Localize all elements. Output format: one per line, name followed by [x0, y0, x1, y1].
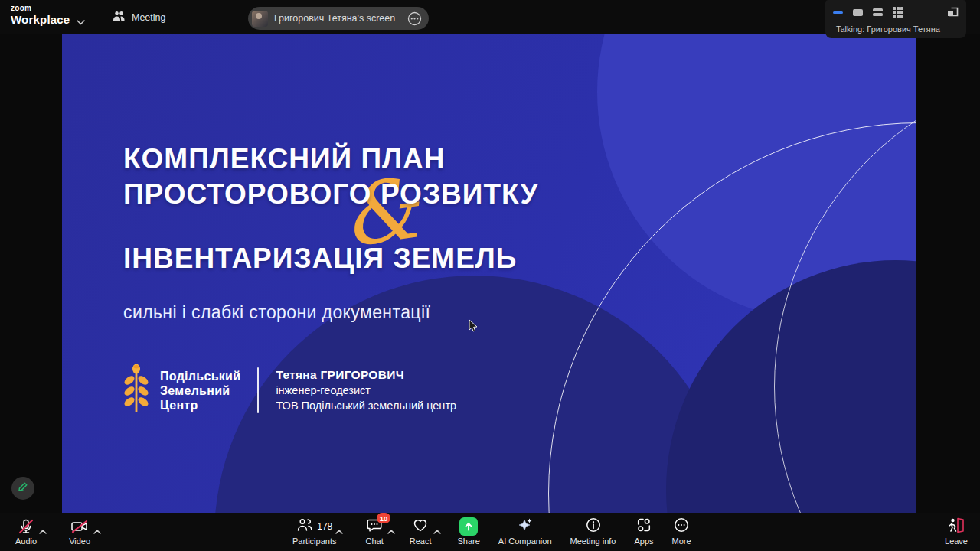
apps-icon [635, 517, 652, 536]
more-button[interactable]: More [672, 513, 691, 551]
participants-icon [296, 517, 313, 536]
camera-muted-icon [70, 517, 89, 536]
slide-title-line3: ІНВЕНТАРИЗАЦІЯ ЗЕМЕЛЬ [123, 243, 517, 275]
annotate-button[interactable] [11, 477, 34, 500]
brand-workplace: Workplace [11, 14, 70, 25]
wheat-logo-icon [122, 364, 151, 417]
participants-button[interactable]: 178 Participants [292, 513, 336, 551]
react-label: React [410, 536, 432, 546]
share-label: Share [457, 536, 479, 546]
video-button[interactable]: Video [69, 513, 90, 551]
mouse-cursor [469, 319, 479, 336]
presenter-role: інженер-геодезист [276, 383, 456, 398]
shared-screen-tab[interactable]: Григорович Тетяна's screen [248, 7, 429, 30]
apps-label: Apps [635, 536, 654, 546]
pip-layout-icon[interactable] [947, 6, 959, 20]
leave-icon [947, 517, 965, 536]
participants-count: 178 [317, 521, 332, 532]
presenter-info: Тетяна ГРИГОРОВИЧ інженер-геодезист ТОВ … [276, 367, 456, 413]
share-screen-icon [459, 517, 478, 536]
stack-view-icon[interactable] [873, 8, 883, 16]
audio-button[interactable]: Audio [15, 513, 37, 551]
audio-label: Audio [15, 536, 37, 546]
shared-screen-slide: & КОМПЛЕКСНИЙ ПЛАН ПРОСТОРОВОГО РОЗВИТКУ… [62, 34, 916, 513]
brand-zoom: zoom [11, 5, 70, 12]
logo-line2: Земельний [160, 383, 240, 398]
participants-label: Participants [292, 536, 336, 546]
tab-meeting[interactable]: Meeting [113, 0, 165, 34]
presenter-org: ТОВ Подільський земельний центр [276, 398, 456, 413]
minimize-view-icon[interactable] [833, 11, 843, 14]
chat-label: Chat [365, 536, 383, 546]
presenter-name: Тетяна ГРИГОРОВИЧ [276, 367, 456, 383]
meeting-info-button[interactable]: Meeting info [570, 513, 616, 551]
share-button[interactable]: Share [457, 513, 479, 551]
zoom-workplace-logo: zoom Workplace [11, 5, 70, 25]
slide-title-line1: КОМПЛЕКСНИЙ ПЛАН [123, 143, 445, 175]
chat-button[interactable]: 10 Chat [365, 513, 383, 551]
chat-chevron[interactable] [387, 523, 395, 537]
chat-unread-badge: 10 [377, 513, 390, 523]
more-label: More [672, 536, 691, 546]
gallery-view-icon[interactable] [893, 7, 903, 18]
logo-line1: Подільський [160, 369, 240, 383]
ai-companion-label: AI Companion [498, 536, 552, 546]
meeting-toolbar: Audio Video [0, 513, 980, 551]
meeting-info-label: Meeting info [570, 536, 616, 546]
microphone-muted-icon [18, 517, 34, 536]
more-ellipsis-icon [673, 517, 690, 536]
pencil-icon [17, 481, 29, 496]
speaker-view-icon[interactable] [853, 9, 863, 16]
slide-footer: Подільський Земельний Центр Тетяна ГРИГО… [122, 364, 456, 417]
tab-meeting-label: Meeting [132, 12, 165, 23]
ellipsis-circle-icon[interactable] [407, 11, 422, 26]
company-logo-text: Подільський Земельний Центр [160, 369, 240, 412]
chevron-down-icon[interactable] [77, 15, 85, 28]
ai-sparkle-icon [517, 517, 534, 536]
leave-label: Leave [945, 536, 968, 546]
view-options-panel: Talking: Григорович Тетяна [825, 0, 966, 38]
shared-screen-label: Григорович Тетяна's screen [274, 13, 395, 24]
react-chevron[interactable] [433, 523, 441, 537]
react-button[interactable]: React [410, 513, 432, 551]
zoom-meeting-window: zoom Workplace Meeting Григорович Тетяна… [0, 0, 980, 551]
info-icon [585, 517, 602, 536]
video-label: Video [69, 536, 90, 546]
avatar [252, 11, 268, 27]
participants-chevron[interactable] [335, 523, 343, 537]
audio-options-chevron[interactable] [39, 523, 47, 537]
logo-line3: Центр [160, 398, 240, 412]
slide-subtitle: сильні і слабкі сторони документації [123, 302, 430, 323]
video-options-chevron[interactable] [93, 523, 101, 537]
leave-button[interactable]: Leave [945, 513, 968, 551]
people-group-icon [113, 11, 126, 24]
divider [257, 367, 259, 413]
apps-button[interactable]: Apps [635, 513, 654, 551]
heart-icon [412, 517, 429, 536]
ai-companion-button[interactable]: AI Companion [498, 513, 552, 551]
slide-title-line2: ПРОСТОРОВОГО РОЗВИТКУ [123, 178, 539, 210]
talking-indicator: Talking: Григорович Тетяна [836, 24, 940, 34]
